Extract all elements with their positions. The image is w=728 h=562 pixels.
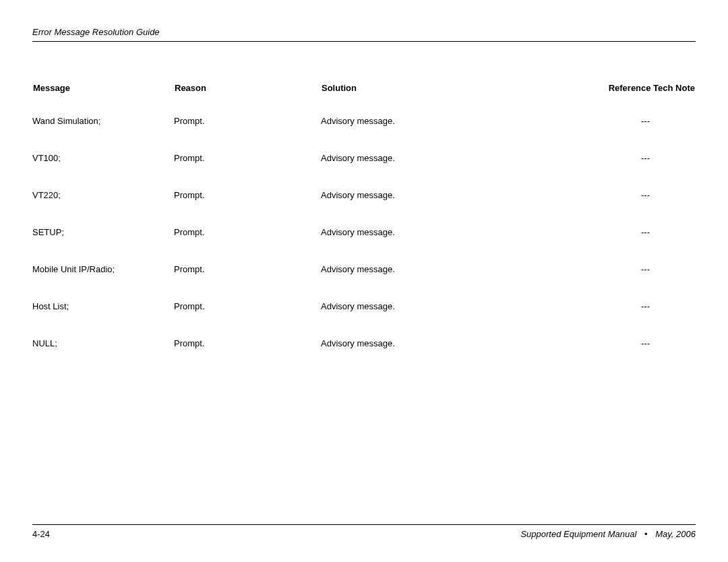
footer-rule bbox=[32, 524, 696, 525]
footer-right: Supported Equipment Manual • May, 2006 bbox=[520, 529, 696, 539]
col-reference: Reference Tech Note bbox=[523, 82, 696, 116]
cell-message: Mobile Unit IP/Radio; bbox=[32, 264, 174, 301]
cell-solution: Advisory message. bbox=[321, 301, 523, 338]
cell-solution: Advisory message. bbox=[321, 116, 523, 153]
cell-message: VT100; bbox=[32, 153, 174, 190]
cell-reason: Prompt. bbox=[174, 116, 321, 153]
cell-reference: --- bbox=[523, 116, 696, 153]
cell-reference: --- bbox=[523, 227, 696, 264]
cell-solution: Advisory message. bbox=[321, 227, 523, 264]
cell-reason: Prompt. bbox=[174, 190, 321, 227]
cell-solution: Advisory message. bbox=[321, 190, 523, 227]
col-reason: Reason bbox=[174, 82, 321, 116]
cell-solution: Advisory message. bbox=[321, 338, 523, 375]
cell-message: VT220; bbox=[32, 190, 174, 227]
footer-bullet: • bbox=[639, 529, 653, 539]
cell-message: Wand Simulation; bbox=[32, 116, 174, 153]
table-row: Mobile Unit IP/Radio; Prompt. Advisory m… bbox=[32, 264, 696, 301]
cell-message: Host List; bbox=[32, 301, 174, 338]
cell-reference: --- bbox=[523, 153, 696, 190]
cell-reason: Prompt. bbox=[174, 301, 321, 338]
page-number: 4-24 bbox=[32, 529, 50, 539]
table-row: Host List; Prompt. Advisory message. --- bbox=[32, 301, 696, 338]
cell-reason: Prompt. bbox=[174, 227, 321, 264]
header-title: Error Message Resolution Guide bbox=[32, 27, 696, 37]
cell-reason: Prompt. bbox=[174, 338, 321, 375]
table-row: VT100; Prompt. Advisory message. --- bbox=[32, 153, 696, 190]
cell-message: NULL; bbox=[32, 338, 174, 375]
cell-reference: --- bbox=[523, 264, 696, 301]
footer-date: May, 2006 bbox=[655, 529, 696, 539]
cell-message: SETUP; bbox=[32, 227, 174, 264]
cell-reason: Prompt. bbox=[174, 264, 321, 301]
table-row: NULL; Prompt. Advisory message. --- bbox=[32, 338, 696, 375]
table-row: Wand Simulation; Prompt. Advisory messag… bbox=[32, 116, 696, 153]
cell-reference: --- bbox=[523, 190, 696, 227]
cell-solution: Advisory message. bbox=[321, 153, 523, 190]
table-row: SETUP; Prompt. Advisory message. --- bbox=[32, 227, 696, 264]
cell-reference: --- bbox=[523, 338, 696, 375]
col-solution: Solution bbox=[321, 82, 523, 116]
table-row: VT220; Prompt. Advisory message. --- bbox=[32, 190, 696, 227]
table-header-row: Message Reason Solution Reference Tech N… bbox=[32, 82, 696, 116]
cell-reference: --- bbox=[523, 301, 696, 338]
footer-doc-title: Supported Equipment Manual bbox=[520, 529, 636, 539]
cell-solution: Advisory message. bbox=[321, 264, 523, 301]
error-table: Message Reason Solution Reference Tech N… bbox=[32, 82, 696, 375]
col-message: Message bbox=[32, 82, 174, 116]
page-footer: 4-24 Supported Equipment Manual • May, 2… bbox=[32, 524, 696, 539]
cell-reason: Prompt. bbox=[174, 153, 321, 190]
header-rule bbox=[32, 41, 696, 42]
